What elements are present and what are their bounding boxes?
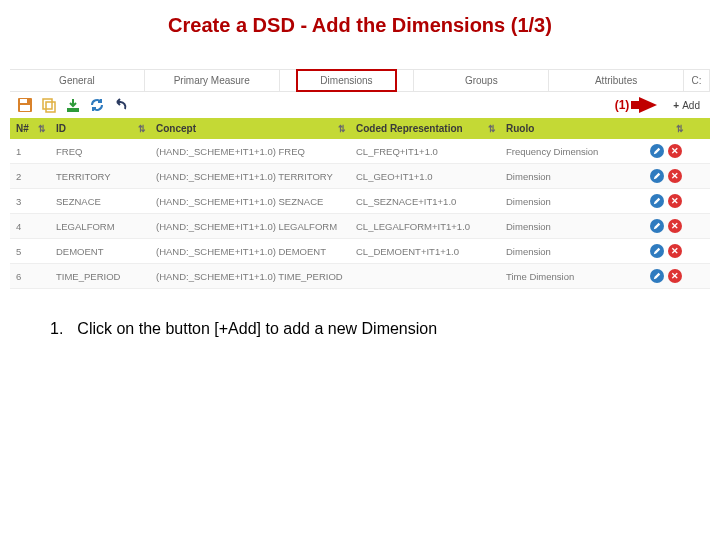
cell-id: TERRITORY — [50, 164, 150, 188]
cell-id: FREQ — [50, 139, 150, 163]
table-row: 3 SEZNACE (HAND:_SCHEME+IT1+1.0) SEZNACE… — [10, 189, 710, 214]
column-header-concept[interactable]: Concept ⇅ — [150, 118, 350, 139]
column-header-label: Ruolo — [506, 123, 534, 134]
sort-icon: ⇅ — [138, 124, 144, 134]
edit-button[interactable] — [650, 194, 664, 208]
table-header: N# ⇅ ID ⇅ Concept ⇅ Coded Representation… — [10, 118, 710, 139]
undo-icon[interactable] — [112, 96, 130, 114]
download-icon[interactable] — [64, 96, 82, 114]
tab-more[interactable]: C: — [684, 70, 710, 91]
column-header-label: ID — [56, 123, 66, 134]
close-icon: ✕ — [671, 247, 679, 256]
edit-button[interactable] — [650, 169, 664, 183]
toolbar: (1) + Add — [10, 92, 710, 118]
cell-concept: (HAND:_SCHEME+IT1+1.0) TERRITORY — [150, 164, 350, 188]
table-row: 5 DEMOENT (HAND:_SCHEME+IT1+1.0) DEMOENT… — [10, 239, 710, 264]
cell-n: 3 — [10, 189, 50, 213]
cell-n: 4 — [10, 214, 50, 238]
delete-button[interactable]: ✕ — [668, 244, 682, 258]
svg-rect-4 — [46, 102, 55, 112]
cell-concept: (HAND:_SCHEME+IT1+1.0) LEGALFORM — [150, 214, 350, 238]
cell-concept: (HAND:_SCHEME+IT1+1.0) DEMOENT — [150, 239, 350, 263]
delete-button[interactable]: ✕ — [668, 144, 682, 158]
table-row: 2 TERRITORY (HAND:_SCHEME+IT1+1.0) TERRI… — [10, 164, 710, 189]
cell-actions: ✕ — [630, 264, 690, 288]
column-header-n[interactable]: N# ⇅ — [10, 118, 50, 139]
add-button-label: Add — [682, 100, 700, 111]
edit-button[interactable] — [650, 244, 664, 258]
cell-n: 6 — [10, 264, 50, 288]
edit-button[interactable] — [650, 144, 664, 158]
sort-icon: ⇅ — [676, 124, 682, 134]
sort-icon: ⇅ — [338, 124, 344, 134]
cell-concept: (HAND:_SCHEME+IT1+1.0) FREQ — [150, 139, 350, 163]
save-icon[interactable] — [16, 96, 34, 114]
cell-n: 5 — [10, 239, 50, 263]
cell-coded: CL_DEMOENT+IT1+1.0 — [350, 239, 500, 263]
close-icon: ✕ — [671, 197, 679, 206]
tab-bar: General Primary Measure Dimensions Group… — [10, 69, 710, 92]
delete-button[interactable]: ✕ — [668, 169, 682, 183]
cell-actions: ✕ — [630, 189, 690, 213]
column-header-coded[interactable]: Coded Representation ⇅ — [350, 118, 500, 139]
pencil-icon — [653, 222, 661, 230]
cell-coded — [350, 264, 500, 288]
column-header-id[interactable]: ID ⇅ — [50, 118, 150, 139]
plus-icon: + — [673, 100, 679, 111]
close-icon: ✕ — [671, 172, 679, 181]
cell-role: Dimension — [500, 214, 630, 238]
instruction-text: Click on the button [+Add] to add a new … — [77, 320, 437, 338]
svg-rect-3 — [43, 99, 52, 109]
pencil-icon — [653, 272, 661, 280]
close-icon: ✕ — [671, 147, 679, 156]
sort-icon: ⇅ — [488, 124, 494, 134]
tab-primary-measure[interactable]: Primary Measure — [145, 70, 280, 91]
table-row: 6 TIME_PERIOD (HAND:_SCHEME+IT1+1.0) TIM… — [10, 264, 710, 289]
close-icon: ✕ — [671, 222, 679, 231]
delete-button[interactable]: ✕ — [668, 219, 682, 233]
tab-groups[interactable]: Groups — [414, 70, 549, 91]
sync-icon[interactable] — [88, 96, 106, 114]
instruction-step: 1. Click on the button [+Add] to add a n… — [50, 320, 437, 338]
cell-id: LEGALFORM — [50, 214, 150, 238]
cell-role: Frequency Dimension — [500, 139, 630, 163]
cell-coded: CL_LEGALFORM+IT1+1.0 — [350, 214, 500, 238]
instruction-number: 1. — [50, 320, 63, 338]
column-header-role[interactable]: Ruolo — [500, 118, 630, 139]
copy-icon[interactable] — [40, 96, 58, 114]
table-row: 1 FREQ (HAND:_SCHEME+IT1+1.0) FREQ CL_FR… — [10, 139, 710, 164]
cell-actions: ✕ — [630, 139, 690, 163]
pencil-icon — [653, 197, 661, 205]
delete-button[interactable]: ✕ — [668, 269, 682, 283]
add-button[interactable]: + Add — [669, 98, 704, 113]
svg-rect-2 — [20, 105, 30, 111]
cell-actions: ✕ — [630, 239, 690, 263]
table-row: 4 LEGALFORM (HAND:_SCHEME+IT1+1.0) LEGAL… — [10, 214, 710, 239]
tab-general[interactable]: General — [10, 70, 145, 91]
edit-button[interactable] — [650, 269, 664, 283]
svg-rect-1 — [20, 99, 27, 103]
page-title: Create a DSD - Add the Dimensions (1/3) — [0, 0, 720, 47]
delete-button[interactable]: ✕ — [668, 194, 682, 208]
callout-arrow-icon — [639, 97, 657, 113]
sort-icon: ⇅ — [38, 124, 44, 134]
cell-n: 2 — [10, 164, 50, 188]
tab-dimensions[interactable]: Dimensions — [280, 70, 415, 91]
callout-box: Dimensions — [296, 69, 396, 92]
cell-id: TIME_PERIOD — [50, 264, 150, 288]
tab-attributes[interactable]: Attributes — [549, 70, 684, 91]
cell-concept: (HAND:_SCHEME+IT1+1.0) TIME_PERIOD — [150, 264, 350, 288]
cell-coded: CL_GEO+IT1+1.0 — [350, 164, 500, 188]
column-header-label: Coded Representation — [356, 123, 463, 134]
pencil-icon — [653, 247, 661, 255]
edit-button[interactable] — [650, 219, 664, 233]
cell-n: 1 — [10, 139, 50, 163]
close-icon: ✕ — [671, 272, 679, 281]
cell-role: Dimension — [500, 239, 630, 263]
column-header-actions: ⇅ — [630, 118, 690, 139]
cell-actions: ✕ — [630, 164, 690, 188]
cell-coded: CL_SEZNACE+IT1+1.0 — [350, 189, 500, 213]
pencil-icon — [653, 172, 661, 180]
cell-concept: (HAND:_SCHEME+IT1+1.0) SEZNACE — [150, 189, 350, 213]
column-header-label: N# — [16, 123, 29, 134]
